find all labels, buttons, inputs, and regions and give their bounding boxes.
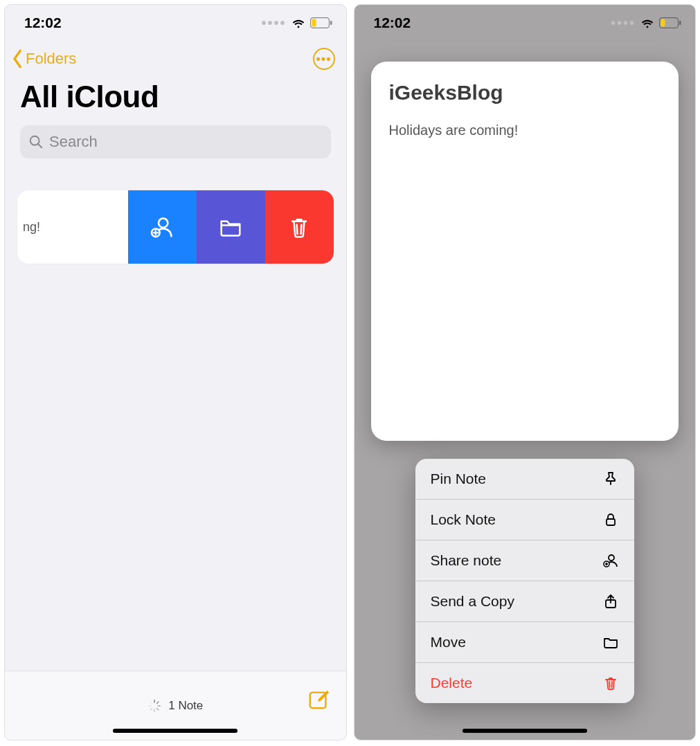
trash-icon: [602, 675, 619, 691]
screenshot-right-context-menu: 12:02 •••• iGeeksBlog Holidays are comin…: [354, 4, 697, 740]
sync-status: 1 Note: [147, 699, 203, 713]
search-placeholder: Search: [49, 133, 98, 151]
note-preview-card[interactable]: iGeeksBlog Holidays are coming!: [371, 62, 679, 441]
note-row-swiped[interactable]: ng!: [17, 190, 334, 264]
wifi-icon: [291, 15, 306, 30]
svg-rect-23: [679, 21, 681, 25]
search-input[interactable]: Search: [20, 125, 331, 158]
note-title: iGeeksBlog: [389, 81, 661, 104]
swipe-share-button[interactable]: [128, 190, 197, 264]
swipe-delete-button[interactable]: [265, 190, 334, 264]
menu-label: Lock Note: [431, 511, 496, 528]
svg-line-17: [150, 708, 152, 709]
folder-icon: [602, 634, 619, 651]
menu-label: Delete: [431, 675, 473, 691]
screenshot-left-notes-list: 12:02 •••• Folders ••• All iCloud Search…: [4, 4, 347, 740]
svg-line-31: [612, 682, 613, 687]
battery-low-icon: [659, 17, 681, 28]
swipe-move-button[interactable]: [197, 190, 265, 264]
spinner-icon: [147, 699, 161, 713]
search-icon: [28, 134, 44, 149]
context-menu: Pin Note Lock Note Share note Send a Cop…: [415, 459, 635, 703]
svg-rect-24: [607, 519, 615, 525]
status-bar: 12:02 ••••: [355, 5, 696, 35]
notes-list: ng!: [17, 190, 334, 264]
lock-icon: [602, 511, 619, 528]
menu-label: Pin Note: [431, 471, 487, 487]
note-count-text: 1 Note: [168, 699, 203, 713]
menu-lock-note[interactable]: Lock Note: [415, 500, 635, 540]
menu-label: Move: [431, 634, 466, 651]
status-time: 12:02: [24, 15, 62, 31]
compose-button[interactable]: [307, 688, 331, 714]
svg-line-15: [157, 708, 159, 709]
menu-move[interactable]: Move: [415, 622, 635, 663]
svg-line-4: [38, 144, 42, 147]
menu-pin-note[interactable]: Pin Note: [415, 459, 635, 500]
compose-icon: [307, 688, 331, 711]
share-up-icon: [602, 593, 619, 610]
home-indicator[interactable]: [463, 729, 587, 733]
trash-icon: [285, 213, 313, 241]
menu-label: Send a Copy: [431, 593, 514, 610]
status-bar: 12:02 ••••: [5, 5, 346, 35]
bottom-toolbar: 1 Note: [5, 671, 346, 740]
home-indicator[interactable]: [113, 729, 237, 733]
svg-line-13: [157, 702, 159, 703]
page-title: All iCloud: [5, 74, 346, 122]
menu-label: Share note: [431, 552, 502, 569]
svg-rect-1: [312, 19, 316, 27]
note-snippet: ng!: [23, 220, 40, 235]
cell-signal-dots-icon: ••••: [611, 15, 636, 31]
cell-signal-dots-icon: ••••: [261, 15, 286, 31]
svg-line-10: [297, 225, 298, 234]
battery-low-icon: [310, 17, 332, 28]
svg-rect-2: [330, 21, 332, 25]
svg-rect-22: [661, 19, 665, 27]
menu-share-note[interactable]: Share note: [415, 540, 635, 581]
status-right: ••••: [611, 15, 681, 31]
status-time: 12:02: [374, 15, 411, 31]
wifi-icon: [640, 15, 655, 30]
svg-line-11: [301, 225, 302, 234]
svg-line-19: [150, 702, 152, 703]
folder-icon: [217, 213, 244, 241]
more-options-button[interactable]: •••: [313, 48, 335, 70]
add-person-icon: [148, 213, 176, 241]
menu-send-copy[interactable]: Send a Copy: [415, 581, 635, 622]
svg-point-25: [609, 555, 614, 561]
back-button[interactable]: Folders: [10, 48, 76, 69]
nav-bar: Folders •••: [5, 35, 346, 74]
note-cell[interactable]: ng!: [17, 190, 128, 264]
pin-icon: [602, 471, 619, 487]
svg-point-5: [159, 219, 168, 228]
note-body: Holidays are coming!: [389, 122, 661, 138]
chevron-left-icon: [10, 48, 26, 69]
status-right: ••••: [261, 15, 332, 31]
back-label: Folders: [26, 50, 76, 68]
add-person-icon: [602, 552, 619, 569]
svg-line-30: [609, 682, 610, 687]
menu-delete[interactable]: Delete: [415, 663, 635, 703]
